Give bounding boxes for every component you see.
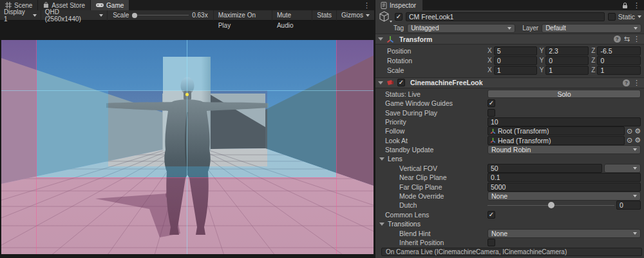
gameobject-active-checkbox[interactable]: ✓ <box>395 13 402 21</box>
chevron-down-icon <box>634 27 638 30</box>
follow-object-field[interactable]: Root (Transform) <box>488 126 625 135</box>
lens-foldout[interactable] <box>379 157 384 161</box>
rotation-x-field[interactable] <box>494 56 537 65</box>
fov-preset-dropdown[interactable] <box>604 164 641 173</box>
chevron-down-icon <box>390 21 392 23</box>
transitions-foldout[interactable] <box>379 223 384 226</box>
far-clip-field[interactable] <box>488 183 641 192</box>
layer-label: Layer <box>522 25 538 32</box>
scale-row: Scale X Y Z <box>375 65 644 75</box>
tab-game[interactable]: Game <box>91 0 129 10</box>
gameobject-name-field[interactable] <box>406 12 605 21</box>
gear-icon[interactable]: ⚙ <box>634 137 641 144</box>
tag-layer-row: Tag Untagged Layer Default <box>375 23 644 34</box>
gameobject-icon-button[interactable] <box>379 11 392 23</box>
help-icon[interactable]: ? <box>614 35 621 43</box>
scale-value: 0.63x <box>192 12 207 19</box>
scale-z-field[interactable] <box>597 66 641 75</box>
inherit-position-checkbox[interactable] <box>488 239 495 246</box>
save-during-play-checkbox[interactable] <box>488 109 495 117</box>
gear-icon[interactable]: ⚙ <box>634 128 641 135</box>
priority-row: Priority <box>375 117 644 126</box>
transform-menu-icon[interactable]: ⋮ <box>633 35 640 43</box>
near-clip-row: Near Clip Plane <box>375 173 644 182</box>
stats-button[interactable]: Stats <box>312 10 336 21</box>
dutch-field[interactable] <box>616 201 641 210</box>
lens-foldout-row[interactable]: Lens <box>375 154 644 163</box>
mode-override-dropdown[interactable]: None <box>488 192 641 201</box>
dutch-slider[interactable] <box>488 201 614 210</box>
rotation-row: Rotation X Y Z <box>375 55 644 65</box>
scale-slider-knob[interactable] <box>132 13 137 18</box>
standby-update-row: Standby Update Round Robin <box>375 145 644 154</box>
priority-field[interactable] <box>488 117 641 126</box>
guide-soft-zone-bottom <box>108 166 267 177</box>
tab-game-label: Game <box>106 2 124 9</box>
camera-live-status-box: On Camera Live (ICinemachineCamera, ICin… <box>381 248 642 256</box>
rotation-z-field[interactable] <box>597 56 641 65</box>
near-clip-field[interactable] <box>488 173 641 182</box>
layer-dropdown[interactable]: Default <box>542 24 641 33</box>
object-picker-icon[interactable]: ⊙ <box>627 137 632 144</box>
gizmos-label: Gizmos <box>341 10 363 21</box>
chevron-down-icon <box>633 148 637 151</box>
scale-y-field[interactable] <box>545 66 589 75</box>
lock-icon[interactable] <box>622 2 628 9</box>
cinemachine-header: ✓ CinemachineFreeLook ? ⋮ <box>375 77 644 88</box>
scale-x-field[interactable] <box>494 66 537 75</box>
scale-slider[interactable] <box>132 15 189 15</box>
follow-row: Follow Root (Transform) ⊙ ⚙ <box>375 126 644 135</box>
common-lens-checkbox[interactable]: ✓ <box>488 211 495 219</box>
help-icon[interactable]: ? <box>623 79 630 86</box>
status-row: Status: Live Solo <box>375 90 644 99</box>
scene-grid-icon <box>5 2 12 8</box>
position-y-field[interactable] <box>545 46 589 55</box>
dutch-slider-knob[interactable] <box>548 202 554 208</box>
position-row: Position X Y Z <box>375 46 644 55</box>
chevron-down-icon <box>633 195 637 197</box>
scale-slider-group: Scale 0.63x <box>108 12 213 19</box>
blend-hint-dropdown[interactable]: None <box>488 229 641 238</box>
transform-header: Transform ? ⇆ ⋮ <box>375 34 644 45</box>
chevron-down-icon <box>33 14 37 17</box>
mute-audio-button[interactable]: Mute Audio <box>272 10 312 21</box>
cinemachine-enabled-checkbox[interactable]: ✓ <box>397 79 405 86</box>
cinemachine-menu-icon[interactable]: ⋮ <box>633 79 640 87</box>
look-at-object-field[interactable]: Head (Transform) <box>488 136 625 145</box>
object-picker-icon[interactable]: ⊙ <box>627 128 632 135</box>
cinemachine-foldout[interactable] <box>378 81 383 84</box>
solo-button[interactable]: Solo <box>488 90 641 98</box>
tag-dropdown[interactable]: Untagged <box>407 24 515 33</box>
transform-icon <box>386 35 394 43</box>
static-checkbox[interactable] <box>608 13 616 21</box>
chevron-down-icon <box>633 232 637 235</box>
game-panel-menu-icon[interactable]: ⋮ <box>359 0 374 10</box>
transitions-foldout-row[interactable]: Transitions <box>375 219 644 228</box>
rotation-y-field[interactable] <box>545 56 589 65</box>
cube-icon <box>379 11 390 22</box>
display-dropdown[interactable]: Display 1 <box>0 10 41 21</box>
vertical-fov-field[interactable] <box>488 164 602 173</box>
game-window-guides-checkbox[interactable]: ✓ <box>488 99 495 107</box>
inspector-panel: Inspector ⋮ ✓ Static Tag Untagged <box>375 0 644 258</box>
transform-title: Transform <box>399 35 432 43</box>
transform-icon <box>490 137 496 143</box>
gizmos-dropdown[interactable]: Gizmos <box>336 10 374 21</box>
resolution-dropdown[interactable]: QHD (2560x1440) <box>41 10 108 21</box>
inspector-menu-icon[interactable]: ⋮ <box>633 1 640 10</box>
standby-update-dropdown[interactable]: Round Robin <box>488 145 641 154</box>
look-at-row: Look At Head (Transform) ⊙ ⚙ <box>375 136 644 145</box>
transform-foldout[interactable] <box>378 37 383 41</box>
guide-soft-zone-left <box>37 40 108 177</box>
tab-inspector[interactable]: Inspector <box>375 0 422 10</box>
presets-icon[interactable]: ⇆ <box>624 35 630 43</box>
position-x-field[interactable] <box>494 46 537 55</box>
game-controller-icon <box>96 3 104 8</box>
position-label: Position <box>387 47 488 55</box>
maximize-on-play-button[interactable]: Maximize On Play <box>213 10 272 21</box>
static-label: Static <box>618 13 635 21</box>
static-toggle[interactable]: Static <box>608 13 641 21</box>
tab-inspector-label: Inspector <box>390 2 416 9</box>
position-z-field[interactable] <box>597 46 641 55</box>
chevron-down-icon <box>99 14 103 17</box>
